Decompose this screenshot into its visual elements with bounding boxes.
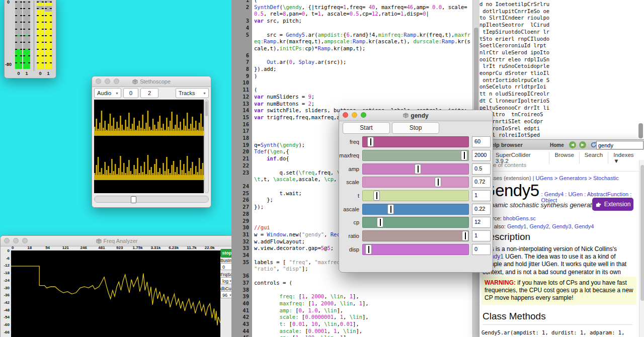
maxfreq-slider[interactable] [362,150,469,161]
scale-value-field[interactable]: 0.72 [472,177,491,188]
code-line: 36 [232,273,472,280]
home-button[interactable]: Home [550,142,564,148]
slider-thumb[interactable] [131,196,136,203]
cp-value-field[interactable]: 12 [472,217,491,228]
slider-handle[interactable] [461,150,467,160]
help-scrollbar[interactable] [639,160,644,337]
line-number: 45 [232,334,252,337]
code-text[interactable]: controls = ( [252,280,472,287]
slider-handle[interactable] [415,164,421,174]
code-text[interactable]: maxfreq: [1, 2000, \lin, 1], [252,300,472,307]
freq-slider[interactable] [362,136,469,147]
code-text[interactable]: SynthDef(\gendy, {|trigfreq=1,freq= 40, … [252,4,472,18]
source-link[interactable]: bhobGens.sc [503,215,536,221]
code-text[interactable]: ascale: [0.0001, 1, \lin], [252,328,472,335]
slider-handle[interactable] [373,191,380,201]
disp-value-field[interactable]: 0 [472,244,491,255]
scrollbar-thumb[interactable] [640,165,644,301]
freq-analyzer-titlebar[interactable]: Freq Analyzer [1,236,233,246]
scrollbar-thumb[interactable] [474,28,478,113]
scrollbar-thumb[interactable] [205,101,208,116]
ratio-slider[interactable] [362,230,469,241]
ratio-value-field[interactable]: 1 [472,230,491,241]
window-controls[interactable] [343,112,366,118]
scope-bus-index-field[interactable]: 0 [123,88,138,98]
stop-button[interactable]: Stop [392,122,439,134]
slider-handle[interactable] [387,204,394,214]
code-text[interactable]: ( [252,87,472,94]
code-text[interactable] [252,79,472,87]
forward-icon[interactable]: ▶ [579,141,586,148]
y-tick-label: -42 [1,300,10,305]
see-also-links[interactable]: Gendy1, Gendy2, Gendy3, Gendy4 [507,223,594,229]
code-text[interactable]: amp: [0, 1.0, \lin], [252,307,472,314]
close-icon[interactable] [343,112,348,118]
maxfreq-value-field[interactable]: 2000 [472,150,491,161]
code-text[interactable]: ) [252,73,472,80]
post-text[interactable]: d no IoetoetilpCrSrlru dotlrlupitCnrrIeS… [478,0,644,139]
scope-mode-select[interactable]: Audio ▼ [94,88,121,98]
slider-handle[interactable] [367,137,374,147]
ascale-slider[interactable] [362,204,469,215]
help-search-input[interactable] [596,141,643,149]
scale-slider[interactable] [362,177,469,188]
start-button[interactable]: Start [343,122,390,134]
code-text[interactable]: t: [0.01, 10, \lin,0.01], [252,321,472,328]
extension-badge[interactable]: Extension [592,198,633,211]
code-text[interactable]: Out.ar(0, Splay.ar(src)); [252,59,472,66]
code-text[interactable] [252,287,472,294]
scrollbar-thumb[interactable] [638,123,643,138]
slider-handle[interactable] [462,231,468,241]
code-text[interactable]: var src, pitch; [252,18,472,25]
meter-group-1 [37,1,52,69]
minimize-icon[interactable] [105,78,110,84]
zoom-icon[interactable] [361,112,366,118]
code-text[interactable]: cp: [1, 100, \lin, 1], [252,334,472,337]
code-text[interactable] [252,25,472,32]
freq-value-field[interactable]: 60 [472,136,491,147]
minimize-icon[interactable] [13,238,19,243]
amp-value-field[interactable]: 0.5 [472,163,491,175]
code-text[interactable]: }).add; [252,66,472,73]
breadcrumb-links[interactable]: UGens > Generators > Stochastic [536,175,619,181]
line-number: 9 [232,73,252,80]
t-value-field[interactable]: 1 [472,190,491,201]
code-text[interactable]: src = Gendy5.ar(ampdist:{6.rand}!4,minfr… [252,32,472,52]
browse-button[interactable]: Browse [549,152,579,164]
zoom-icon[interactable] [22,238,28,243]
scope-zoom-slider[interactable] [94,196,209,203]
zoom-icon[interactable] [114,78,119,84]
cp-slider[interactable] [362,217,469,228]
slider-handle[interactable] [365,244,372,255]
t-slider[interactable] [362,190,469,201]
line-number: 33 [232,245,252,252]
amp-slider[interactable] [362,163,469,175]
gendy-titlebar[interactable]: gendy [339,110,493,121]
close-icon[interactable] [96,78,101,84]
ascale-value-field[interactable]: 0.22 [472,204,491,215]
code-text[interactable] [252,273,472,280]
window-controls[interactable] [96,78,119,84]
slider-handle[interactable] [435,177,441,187]
code-text[interactable] [252,52,472,59]
level-meters: 0 -80 0101 [5,1,56,78]
slider-handle[interactable] [377,217,383,227]
code-text[interactable]: var numSliders = 9; [252,94,472,101]
minimize-icon[interactable] [352,112,357,118]
search-button[interactable]: Search [580,152,608,164]
dbcut-label: dbCut [220,286,232,291]
code-text[interactable]: ( [252,0,472,4]
code-text[interactable]: var numButtons = 2; [252,101,472,108]
code-text[interactable]: scale: [0.0000001, 1, \lin], [252,314,472,321]
scope-style-select[interactable]: Tracks ▼ [176,88,209,98]
close-icon[interactable] [4,238,10,243]
help-titlebar[interactable]: Help browser Home ◀ ▶ [479,140,644,150]
scope-vertical-scrollbar[interactable] [204,100,209,193]
code-line: 12var numSliders = 9; [232,94,472,101]
code-text[interactable]: freq: [1, 2000, \lin, 1], [252,293,472,300]
disp-slider[interactable] [362,244,469,255]
back-icon[interactable]: ◀ [569,141,576,148]
window-controls[interactable] [4,238,28,243]
stethoscope-titlebar[interactable]: Stethoscope [92,76,211,87]
scope-channels-field[interactable]: 2 [140,88,158,98]
